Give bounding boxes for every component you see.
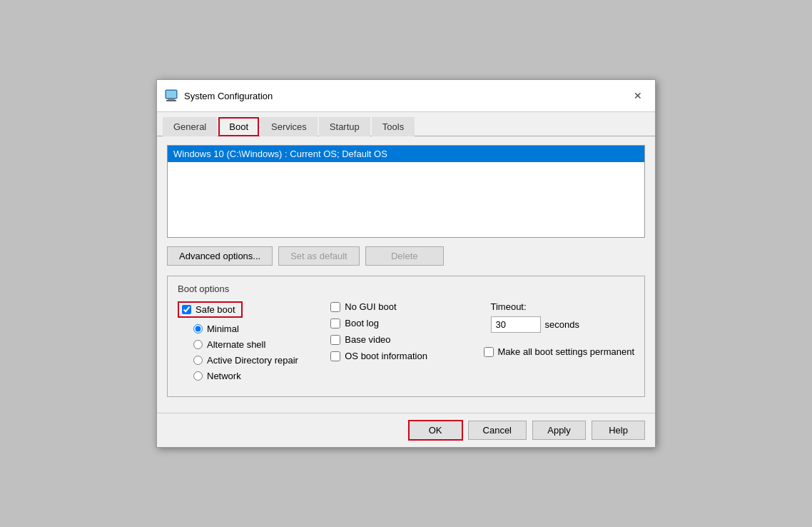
no-gui-boot-label[interactable]: No GUI boot — [345, 301, 396, 312]
timeout-label: Timeout: — [491, 301, 635, 312]
boot-options-label: Boot options — [178, 283, 634, 294]
timeout-section: Timeout: seconds Make all boot settings … — [484, 301, 635, 386]
alternate-shell-radio[interactable] — [193, 340, 203, 349]
tab-bar: General Boot Services Startup Tools — [157, 112, 655, 136]
os-boot-info-checkbox[interactable] — [330, 351, 340, 361]
system-configuration-window: System Configuration ✕ General Boot Serv… — [156, 79, 656, 448]
active-directory-repair-label[interactable]: Active Directory repair — [207, 355, 298, 366]
window-title: System Configuration — [184, 91, 273, 101]
network-label[interactable]: Network — [207, 371, 241, 381]
tab-content: Windows 10 (C:\Windows) : Current OS; De… — [157, 136, 655, 413]
sub-option-minimal: Minimal — [193, 323, 316, 334]
os-boot-info-label[interactable]: OS boot information — [345, 351, 427, 361]
make-permanent-row: Make all boot settings permanent — [484, 346, 635, 358]
os-boot-info-option: OS boot information — [330, 351, 469, 361]
set-default-button[interactable]: Set as default — [278, 246, 360, 266]
make-permanent-checkbox[interactable] — [484, 347, 494, 357]
sub-option-network: Network — [193, 371, 316, 381]
title-bar: System Configuration ✕ — [157, 80, 655, 112]
tab-tools[interactable]: Tools — [372, 117, 415, 136]
help-button[interactable]: Help — [592, 421, 645, 440]
tab-startup[interactable]: Startup — [319, 117, 370, 136]
safe-boot-checkbox[interactable] — [182, 305, 191, 314]
active-directory-repair-radio[interactable] — [193, 356, 203, 365]
boot-log-label[interactable]: Boot log — [345, 318, 379, 328]
base-video-option: Base video — [330, 334, 469, 345]
sub-option-active-directory: Active Directory repair — [193, 355, 316, 366]
network-radio[interactable] — [193, 371, 203, 381]
no-gui-boot-checkbox[interactable] — [330, 302, 340, 312]
delete-button[interactable]: Delete — [365, 246, 444, 266]
advanced-options-button[interactable]: Advanced options... — [167, 246, 273, 266]
boot-log-checkbox[interactable] — [330, 318, 340, 328]
title-bar-left: System Configuration — [164, 89, 273, 103]
os-list-item[interactable]: Windows 10 (C:\Windows) : Current OS; De… — [168, 146, 644, 162]
cancel-button[interactable]: Cancel — [468, 421, 527, 440]
safe-boot-label[interactable]: Safe boot — [196, 304, 235, 315]
safe-boot-sub-options: Minimal Alternate shell Active Directory… — [178, 323, 316, 381]
minimal-radio[interactable] — [193, 324, 203, 333]
footer: OK Cancel Apply Help — [157, 413, 655, 447]
button-row: Advanced options... Set as default Delet… — [167, 246, 645, 266]
apply-button[interactable]: Apply — [532, 421, 586, 440]
right-options-col: No GUI boot Boot log Base video OS boot … — [330, 301, 469, 386]
base-video-label[interactable]: Base video — [345, 334, 390, 345]
timeout-input[interactable] — [491, 316, 541, 333]
boot-options-section: Boot options Safe boot Minimal — [167, 276, 645, 397]
svg-rect-1 — [166, 91, 176, 98]
left-options-col: Safe boot Minimal Alternate shell — [178, 301, 316, 386]
ok-button[interactable]: OK — [409, 421, 462, 440]
timeout-row: seconds — [491, 316, 635, 333]
os-list-box[interactable]: Windows 10 (C:\Windows) : Current OS; De… — [167, 145, 645, 238]
minimal-label[interactable]: Minimal — [207, 323, 239, 334]
no-gui-boot-option: No GUI boot — [330, 301, 469, 312]
alternate-shell-label[interactable]: Alternate shell — [207, 339, 265, 350]
svg-rect-3 — [166, 100, 176, 101]
tab-services[interactable]: Services — [260, 117, 318, 136]
tab-boot[interactable]: Boot — [218, 117, 259, 136]
timeout-unit: seconds — [545, 319, 579, 330]
base-video-checkbox[interactable] — [330, 335, 340, 345]
sub-option-alternate-shell: Alternate shell — [193, 339, 316, 350]
make-permanent-label[interactable]: Make all boot settings permanent — [498, 346, 635, 358]
svg-rect-2 — [168, 99, 175, 100]
close-button[interactable]: ✕ — [628, 86, 648, 106]
tab-general[interactable]: General — [163, 117, 217, 136]
app-icon — [164, 89, 178, 103]
boot-log-option: Boot log — [330, 318, 469, 328]
